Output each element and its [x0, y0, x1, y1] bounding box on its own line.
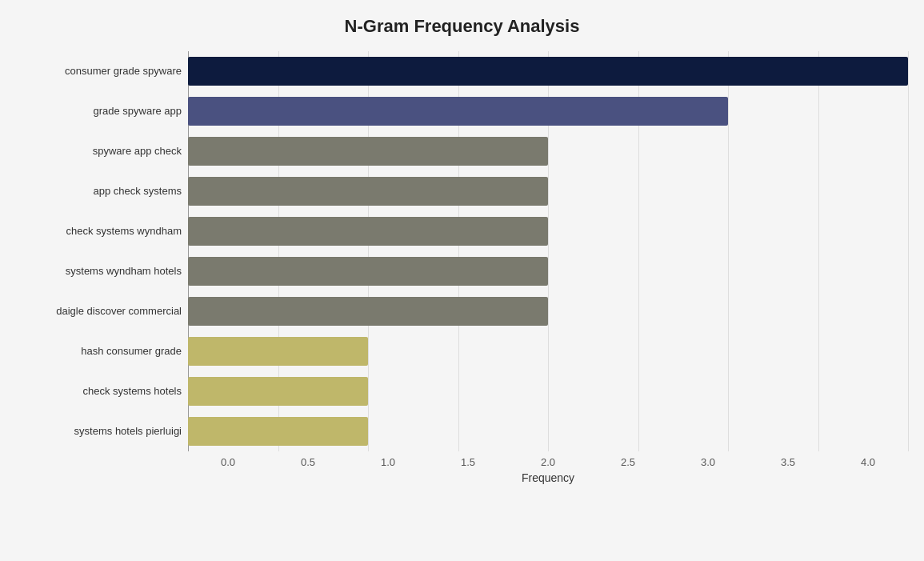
x-axis-label: Frequency: [188, 471, 908, 484]
x-axis: 0.00.51.01.52.02.53.03.54.0: [188, 451, 908, 468]
bar-row: [188, 175, 908, 207]
bar: [188, 137, 548, 166]
y-axis-label: spyware app check: [93, 132, 182, 170]
chart-title: N-Gram Frequency Analysis: [16, 16, 908, 37]
bar: [188, 217, 548, 246]
bar-row: [188, 335, 908, 367]
x-tick: 3.5: [748, 456, 828, 468]
y-axis-label: hash consumer grade: [81, 332, 182, 371]
bar: [188, 57, 908, 86]
y-axis-label: daigle discover commercial: [56, 292, 182, 331]
x-tick: 0.0: [188, 456, 268, 468]
bar-row: [188, 215, 908, 247]
y-axis-label: systems hotels pierluigi: [74, 412, 182, 451]
bar-row: [188, 55, 908, 87]
y-axis-labels: consumer grade spywaregrade spyware apps…: [16, 51, 188, 451]
chart-inner: consumer grade spywaregrade spyware apps…: [16, 51, 908, 451]
chart-container: N-Gram Frequency Analysis consumer grade…: [0, 0, 924, 561]
bar: [188, 297, 548, 326]
bar: [188, 337, 368, 366]
bar-row: [188, 95, 908, 127]
bar: [188, 417, 368, 446]
chart-area: consumer grade spywaregrade spyware apps…: [16, 51, 908, 484]
x-tick: 0.5: [268, 456, 348, 468]
y-axis-label: grade spyware app: [93, 92, 182, 130]
x-tick: 1.5: [428, 456, 508, 468]
bar: [188, 177, 548, 206]
bar-row: [188, 135, 908, 167]
grid-line: [908, 51, 909, 451]
y-axis-label: check systems wyndham: [66, 212, 182, 250]
bar: [188, 377, 368, 406]
x-tick: 2.0: [508, 456, 588, 468]
bar: [188, 97, 728, 126]
x-tick: 2.5: [588, 456, 668, 468]
x-tick: 3.0: [668, 456, 748, 468]
y-axis-label: consumer grade spyware: [65, 52, 182, 90]
bars-and-grid: [188, 51, 908, 451]
y-axis-label: app check systems: [93, 172, 182, 210]
bar-row: [188, 295, 908, 327]
x-tick: 4.0: [828, 456, 908, 468]
bar: [188, 257, 548, 286]
y-axis-label: check systems hotels: [82, 372, 182, 411]
bar-row: [188, 255, 908, 287]
bars-wrapper: [188, 51, 908, 451]
y-axis-label: systems wyndham hotels: [66, 252, 182, 291]
x-tick: 1.0: [348, 456, 428, 468]
bar-row: [188, 375, 908, 407]
bar-row: [188, 415, 908, 447]
